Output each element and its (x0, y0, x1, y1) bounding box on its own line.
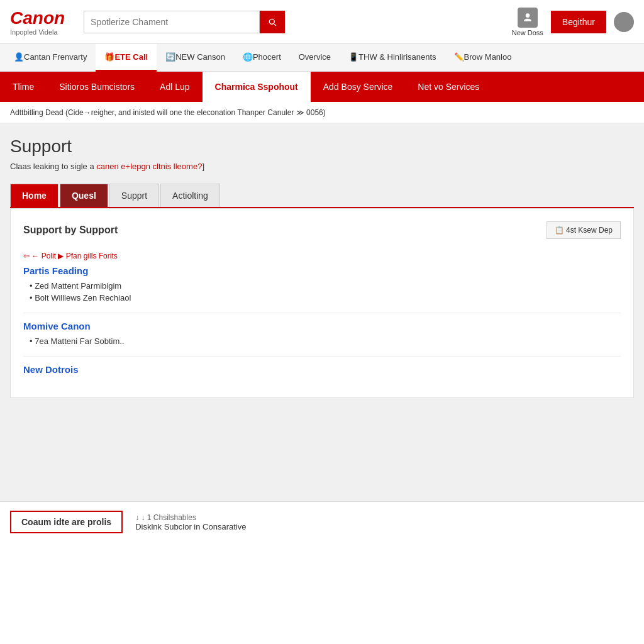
header-right: New Doss Begithur (512, 8, 634, 36)
link-section-1: ⇦ ← Polit ▶ Pfan gills Forits Partis Fea… (23, 252, 621, 303)
content-tabs: Home Quesl Supprt Actiolting (10, 184, 634, 208)
list-item: Bolt Willlews Zen Rechiaol (23, 293, 621, 303)
user-avatar (518, 8, 538, 28)
user-icon-area[interactable]: New Doss (512, 8, 543, 36)
nav1-item-new-canson[interactable]: 🔄 NEW Canson (157, 44, 234, 72)
divider (23, 313, 621, 313)
nav-bar-1: 👤 Cantan Frenvarty 🎁 ETE Call 🔄 NEW Cans… (0, 44, 644, 72)
logo-area: Canon Inpopled Videla (10, 8, 65, 36)
link-section-3: New Dotrois (23, 364, 621, 375)
bottom-sub-text: ↓ ↓ 1 Chsilshables (135, 513, 246, 522)
divider-2 (23, 356, 621, 357)
card-header: Support by Support 📋 4st Ksew Dep (23, 221, 621, 239)
section-heading-3[interactable]: New Dotrois (23, 364, 621, 375)
gift-nav-icon: 🎁 (104, 52, 114, 62)
nav2-add-bosy[interactable]: Add Bosy Service (311, 72, 406, 102)
nav2-tlime[interactable]: Tlime (0, 72, 47, 102)
nav2-sitioros[interactable]: Sitioros Bumcistors (47, 72, 147, 102)
list-item: 7ea Matteni Far Sobtim.. (23, 336, 621, 346)
user-label: New Doss (512, 29, 543, 36)
nav1-item-overvice[interactable]: Overvice (290, 44, 340, 72)
tab-actiolting[interactable]: Actiolting (160, 184, 220, 207)
nav2-net[interactable]: Net vo Services (405, 72, 492, 102)
copy-icon: 📋 (555, 226, 566, 235)
tab-supprt[interactable]: Supprt (109, 184, 159, 207)
section-heading-2[interactable]: Momive Canon (23, 321, 621, 331)
breadcrumb: Adttbitling Dead (Cide→reigher, and inis… (0, 102, 644, 124)
card-action-button[interactable]: 📋 4st Ksew Dep (547, 221, 621, 239)
search-button[interactable] (260, 11, 285, 33)
desc-link-2[interactable]: cltnis lleome? (153, 162, 203, 171)
refresh-nav-icon: 🔄 (165, 52, 175, 62)
tab-quesl[interactable]: Quesl (60, 184, 108, 207)
link-breadcrumb-1: ⇦ ← Polit ▶ Pfan gills Forits (23, 252, 621, 260)
header: Canon Inpopled Videla New Doss Begithur (0, 0, 644, 44)
bottom-bar: Coaum idte are prolis ↓ ↓ 1 Chsilshables… (0, 501, 644, 542)
globe-nav-icon: 🌐 (243, 52, 253, 62)
near-icon-avatar (614, 12, 634, 32)
bottom-info-area: ↓ ↓ 1 Chsilshables Disklnk Subclor in Co… (135, 513, 246, 531)
search-input[interactable] (84, 11, 260, 33)
bottom-info-text: Disklnk Subclor in Consarative (135, 522, 246, 531)
nav1-item-ete[interactable]: 🎁 ETE Call (96, 44, 157, 72)
bottom-action-button[interactable]: Coaum idte are prolis (10, 511, 123, 533)
nav2-adl[interactable]: Adl Lup (147, 72, 202, 102)
link-section-2: Momive Canon 7ea Matteni Far Sobtim.. (23, 321, 621, 346)
nav1-item-thw[interactable]: 📱 THW & Hinlirisanents (340, 44, 445, 72)
page-description: Claas leaking to sigle a canen e+lepgn c… (10, 162, 634, 171)
support-card: Support by Support 📋 4st Ksew Dep ⇦ ← Po… (10, 208, 634, 398)
nav-bar-2: Tlime Sitioros Bumcistors Adl Lup Charmi… (0, 72, 644, 102)
begin-button[interactable]: Begithur (551, 11, 606, 33)
logo: Canon (10, 8, 65, 28)
page-title: Support (10, 136, 634, 157)
search-icon (267, 17, 277, 27)
nav1-item-cantan[interactable]: 👤 Cantan Frenvarty (5, 44, 96, 72)
card-title: Support by Support (23, 225, 118, 236)
search-area (84, 11, 297, 33)
nav1-item-phocert[interactable]: 🌐 Phocert (234, 44, 290, 72)
phone-nav-icon: 📱 (348, 52, 358, 62)
pen-nav-icon: ✏️ (454, 52, 464, 62)
person-icon (521, 11, 534, 24)
main-content: Support Claas leaking to sigle a canen e… (0, 124, 644, 501)
nav2-charmica[interactable]: Charmica Sspohout (203, 72, 311, 102)
desc-link-1[interactable]: canen e+lepgn (96, 162, 150, 171)
download-icon: ↓ (135, 513, 141, 522)
section-heading-1[interactable]: Partis Feading (23, 265, 621, 276)
person-nav-icon: 👤 (14, 52, 24, 62)
nav1-item-brow[interactable]: ✏️ Brow Manloo (445, 44, 521, 72)
tab-home[interactable]: Home (10, 184, 58, 207)
list-item: Zed Mattent Parmibigim (23, 281, 621, 291)
back-arrow-icon: ⇦ (23, 252, 31, 260)
logo-subtitle: Inpopled Videla (10, 28, 65, 36)
